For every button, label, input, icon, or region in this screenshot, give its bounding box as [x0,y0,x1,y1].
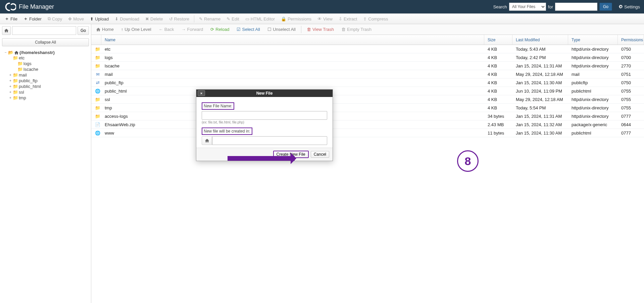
modal-title: New File [256,91,273,96]
cancel-button[interactable]: Cancel [311,151,329,158]
location-home-icon [202,136,212,145]
modal-close-button[interactable]: × [198,90,205,96]
new-file-location-label: New file will be created in: [202,128,252,135]
new-file-modal: × New File New File Name: (ex: file.txt,… [196,89,333,161]
new-file-name-label: New File Name: [202,102,234,110]
annotation-step: 8 [457,150,479,172]
modal-title-bar: × New File [196,90,333,97]
new-file-name-input[interactable] [202,111,327,120]
new-file-hint: (ex: file.txt, file.html, file.php) [202,120,327,124]
annotation-arrow [228,156,295,161]
new-file-location-input[interactable] [212,136,327,145]
